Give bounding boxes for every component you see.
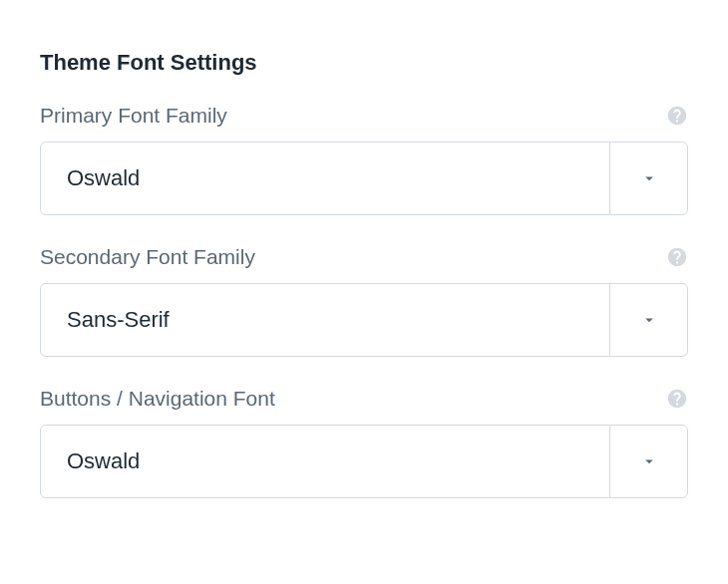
primary-font-value: Oswald bbox=[41, 143, 609, 214]
label-row: Buttons / Navigation Font bbox=[40, 387, 688, 411]
buttons-nav-font-field: Buttons / Navigation Font Oswald bbox=[40, 387, 688, 498]
secondary-font-label: Secondary Font Family bbox=[40, 245, 255, 269]
help-icon[interactable] bbox=[666, 388, 688, 410]
section-title: Theme Font Settings bbox=[40, 50, 688, 76]
primary-font-select[interactable]: Oswald bbox=[40, 142, 688, 215]
secondary-font-select[interactable]: Sans-Serif bbox=[40, 283, 688, 357]
buttons-nav-font-value: Oswald bbox=[41, 426, 609, 497]
chevron-down-icon bbox=[609, 426, 687, 497]
secondary-font-field: Secondary Font Family Sans-Serif bbox=[40, 245, 688, 357]
label-row: Secondary Font Family bbox=[40, 245, 688, 269]
primary-font-label: Primary Font Family bbox=[40, 104, 227, 128]
help-icon[interactable] bbox=[666, 105, 688, 127]
chevron-down-icon bbox=[609, 143, 687, 214]
label-row: Primary Font Family bbox=[40, 104, 688, 128]
buttons-nav-font-label: Buttons / Navigation Font bbox=[40, 387, 275, 411]
help-icon[interactable] bbox=[666, 246, 688, 268]
buttons-nav-font-select[interactable]: Oswald bbox=[40, 425, 688, 498]
primary-font-field: Primary Font Family Oswald bbox=[40, 104, 688, 215]
secondary-font-value: Sans-Serif bbox=[41, 284, 609, 356]
chevron-down-icon bbox=[609, 284, 687, 356]
